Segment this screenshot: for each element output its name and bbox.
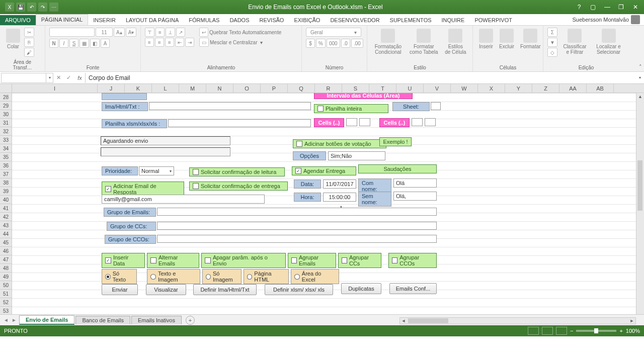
wrap-text-icon[interactable]: ↩ xyxy=(199,28,208,37)
inserir-data-checkbox[interactable]: ✓Inserir Data xyxy=(102,253,145,268)
zoom-out-icon[interactable]: − xyxy=(570,328,573,334)
apagar-param-checkbox[interactable]: Apagar parâm. após o Envio xyxy=(201,253,286,268)
row-header[interactable]: 46 xyxy=(0,247,12,255)
column-header[interactable]: U xyxy=(396,84,424,93)
zoom-slider[interactable] xyxy=(576,330,616,332)
cut-icon[interactable]: ✂ xyxy=(24,28,34,37)
font-name[interactable] xyxy=(49,28,95,37)
row-header[interactable]: 28 xyxy=(0,93,12,102)
row-header[interactable]: 39 xyxy=(0,187,12,196)
column-header[interactable]: M xyxy=(179,84,206,93)
row-header[interactable]: 44 xyxy=(0,230,12,238)
data-input[interactable]: 11/07/2017 xyxy=(323,179,356,189)
row-header[interactable]: 32 xyxy=(0,127,12,136)
tab-inquire[interactable]: INQUIRE xyxy=(437,15,470,25)
page-layout-view-icon[interactable] xyxy=(542,327,553,335)
italic-button[interactable]: I xyxy=(59,39,68,48)
cells2-button[interactable]: Cells (..) xyxy=(379,118,410,127)
cells2-input-a[interactable] xyxy=(412,118,423,126)
column-header[interactable]: Q xyxy=(288,84,315,93)
conditional-formatting-button[interactable]: Formatação Condicional xyxy=(371,28,405,56)
close-icon[interactable]: ✕ xyxy=(629,3,642,12)
redo-icon[interactable]: ↷ xyxy=(38,3,47,12)
agrupar-ccs-checkbox[interactable]: Agrupar CCs xyxy=(338,253,381,268)
font-color-icon[interactable]: A xyxy=(101,39,110,48)
zoom-level[interactable]: 100% xyxy=(626,328,640,334)
scroll-up-icon[interactable]: ▲ xyxy=(636,93,644,100)
copy-icon[interactable]: ⎘ xyxy=(24,38,34,47)
column-header[interactable]: Y xyxy=(505,84,532,93)
tab-home[interactable]: PÁGINA INICIAL xyxy=(36,14,89,25)
worksheet-grid[interactable]: 2829303132333435363738394041424344454647… xyxy=(0,93,644,314)
alternar-emails-checkbox[interactable]: Alternar Emails xyxy=(147,253,199,268)
column-header[interactable]: K xyxy=(125,84,152,93)
hscroll-thumb[interactable] xyxy=(408,318,448,323)
comma-icon[interactable]: 000 xyxy=(327,39,340,48)
number-format-dropdown[interactable]: Geral▾ xyxy=(306,28,361,37)
formula-expand-icon[interactable]: ▾ xyxy=(636,73,644,83)
column-header[interactable]: V xyxy=(424,84,451,93)
emails-conf-button[interactable]: Emails Conf... xyxy=(389,283,437,294)
decrease-font-icon[interactable]: A▾ xyxy=(126,28,137,37)
fill-color-icon[interactable]: ◧ xyxy=(90,39,100,48)
exemplo-button[interactable]: Exemplo ! xyxy=(379,137,412,146)
tab-view[interactable]: EXIBIÇÃO xyxy=(289,15,325,25)
area-excel-radio[interactable]: Área do Excel xyxy=(291,269,339,284)
ribbon-display-icon[interactable]: ▢ xyxy=(587,3,600,12)
sort-filter-button[interactable]: Classificar e Filtrar xyxy=(559,28,590,56)
align-center-icon[interactable]: ≡ xyxy=(155,38,164,47)
add-botoes-votacao-checkbox[interactable]: Adicinar botões de votação xyxy=(293,139,386,148)
com-nome-input[interactable]: Olá xyxy=(393,178,437,188)
column-header[interactable]: J xyxy=(98,84,125,93)
agrupar-emails-checkbox[interactable]: Agrupar Emails xyxy=(288,253,336,268)
tab-addins[interactable]: SUPLEMENTOS xyxy=(385,15,437,25)
row-header[interactable]: 52 xyxy=(0,298,12,307)
indent-dec-icon[interactable]: ⇤ xyxy=(175,38,184,47)
ima-html-txt-input[interactable] xyxy=(149,102,311,110)
restore-icon[interactable]: ❐ xyxy=(615,3,628,12)
paste-button[interactable]: Colar xyxy=(4,28,22,50)
minimize-icon[interactable]: — xyxy=(601,3,614,12)
zoom-in-icon[interactable]: + xyxy=(619,328,622,334)
qat-btn[interactable]: ⋯ xyxy=(49,3,58,12)
texto-imagem-radio[interactable]: Texto e Imagem xyxy=(147,269,200,284)
page-break-view-icon[interactable] xyxy=(556,327,567,335)
tab-formulas[interactable]: FÓRMULAS xyxy=(184,15,224,25)
column-header[interactable]: O xyxy=(233,84,261,93)
row-header[interactable]: 42 xyxy=(0,213,12,221)
decrease-decimal-icon[interactable]: .00 xyxy=(351,39,363,48)
align-middle-icon[interactable]: ≡ xyxy=(155,28,165,37)
row-header[interactable]: 29 xyxy=(0,102,12,110)
pagina-html-radio[interactable]: Página HTML xyxy=(244,269,289,284)
row-header[interactable]: 34 xyxy=(0,144,12,153)
so-texto-radio[interactable]: Só Texto xyxy=(102,269,137,284)
row-header[interactable]: 36 xyxy=(0,161,12,170)
format-painter-icon[interactable]: 🖌 xyxy=(24,48,34,57)
cell-styles-button[interactable]: Estilos de Célula xyxy=(443,28,468,56)
format-as-table-button[interactable]: Formatar como Tabela xyxy=(407,28,441,56)
row-header[interactable]: 43 xyxy=(0,221,12,230)
help-icon[interactable]: ? xyxy=(573,3,586,12)
definir-ima-button[interactable]: Definir Ima/Html/Txt xyxy=(193,284,257,295)
underline-button[interactable]: S xyxy=(69,39,78,48)
row-header[interactable]: 35 xyxy=(0,153,12,161)
borders-icon[interactable]: ▦ xyxy=(79,39,89,48)
row-header[interactable]: 47 xyxy=(0,255,12,264)
scroll-thumb[interactable] xyxy=(637,160,642,211)
agrupar-ccos-checkbox[interactable]: Agrupar CCOs xyxy=(388,253,437,268)
column-header[interactable]: T xyxy=(369,84,396,93)
saudacoes-button[interactable]: Saudações xyxy=(358,164,437,173)
collapse-ribbon-icon[interactable]: ˄ xyxy=(639,64,642,70)
opcoes-input[interactable]: Sim;Não xyxy=(328,151,385,160)
solicitar-leitura-checkbox[interactable]: Solicitar confirmação de leitura xyxy=(189,167,285,176)
row-header[interactable]: 50 xyxy=(0,281,12,290)
column-header[interactable]: I xyxy=(12,84,98,93)
bold-button[interactable]: N xyxy=(49,39,58,48)
formula-input[interactable]: Corpo do Email xyxy=(86,74,636,81)
definir-xlsm-button[interactable]: Definir xlsm/ xlsx/ xls xyxy=(265,284,333,295)
row-header[interactable]: 48 xyxy=(0,264,12,273)
row-header[interactable]: 37 xyxy=(0,170,12,178)
cells2-input-b[interactable] xyxy=(425,118,436,126)
agendar-entrega-checkbox[interactable]: ✓Agendar Entrega xyxy=(292,166,356,175)
column-header[interactable]: N xyxy=(206,84,233,93)
